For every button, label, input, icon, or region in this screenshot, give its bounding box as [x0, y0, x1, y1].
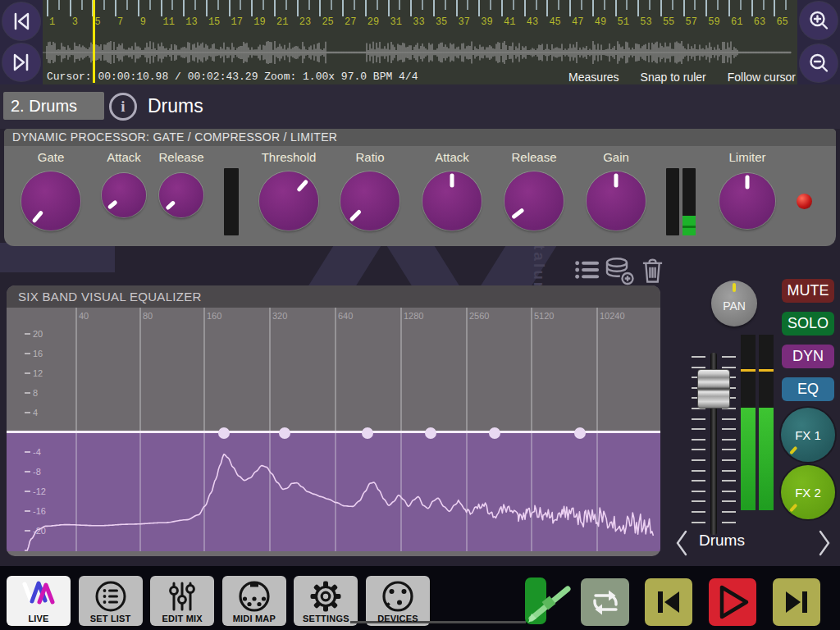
ruler-measure-label: 11 [163, 16, 175, 28]
ruler-tick [626, 0, 628, 10]
previous-song-button[interactable] [645, 578, 692, 626]
toolbar-devices-button[interactable]: DEVICES [366, 576, 430, 626]
ruler-measure-label: 17 [231, 16, 243, 28]
midi-din-icon [236, 578, 272, 618]
ruler-tick [604, 0, 605, 10]
ruler-tick [683, 0, 685, 16]
ruler-measure-label: 35 [436, 16, 447, 28]
skip-forward-icon [783, 589, 810, 615]
ruler-tick [672, 0, 673, 10]
eq-band-handle-1[interactable] [218, 427, 230, 439]
toolbar-settings-button[interactable]: SETTINGS [294, 576, 358, 626]
watermark-text: talun [530, 244, 548, 289]
edit-tool-button[interactable] [525, 578, 546, 624]
ruler-tick [138, 0, 139, 16]
eq-band-handle-2[interactable] [279, 427, 290, 439]
toggle-follow-cursor[interactable]: Follow cursor [728, 71, 796, 84]
playhead-cursor[interactable] [93, 0, 95, 83]
ruler-tick [445, 0, 446, 10]
ruler-tick [365, 0, 367, 16]
ruler-tick [342, 0, 344, 16]
knob-indicator [450, 174, 454, 188]
track-selector[interactable]: 2. Drums [3, 92, 104, 120]
ruler-tick [774, 0, 775, 16]
zoom-in-button[interactable] [800, 2, 838, 39]
toolbar-live-button[interactable]: LIVE [7, 576, 71, 626]
ruler-measure-label: 43 [527, 16, 538, 28]
volume-fader-handle[interactable] [697, 369, 730, 409]
dyn-button[interactable]: DYN [782, 345, 834, 368]
toggle-measures[interactable]: Measures [568, 71, 619, 84]
ruler-tick [478, 0, 480, 16]
ruler-tick [751, 0, 753, 16]
zoom-out-button[interactable] [800, 44, 838, 82]
eq-spectrum-curve [7, 308, 660, 551]
info-icon: i [121, 98, 125, 116]
ruler-tick [251, 0, 253, 16]
ruler-measure-label: 47 [572, 16, 583, 28]
ruler-tick [354, 0, 355, 10]
toolbar-button-label: DEVICES [366, 614, 430, 623]
ruler-measure-label: 59 [708, 16, 719, 28]
ruler-tick [194, 0, 196, 10]
eq-band-handle-5[interactable] [489, 427, 500, 439]
eq-band-handle-3[interactable] [362, 427, 373, 439]
go-to-end-button[interactable] [2, 43, 40, 81]
ruler-measure-label: 23 [299, 16, 311, 28]
toolbar-midi-map-button[interactable]: MIDI MAP [222, 576, 286, 626]
ruler-measure-label: 5 [94, 16, 100, 28]
fx-2-knob[interactable]: FX 2 [781, 465, 835, 519]
gear-icon [308, 578, 344, 618]
eq-save-preset-button[interactable] [605, 257, 635, 289]
ruler-measure-label: 63 [754, 16, 765, 28]
ruler-tick [274, 0, 276, 16]
ruler-measure-label: 15 [208, 16, 220, 28]
ruler-measure-label: 45 [549, 16, 560, 28]
info-button[interactable]: i [109, 93, 137, 121]
fx-1-knob[interactable]: FX 1 [781, 408, 835, 462]
previous-track-button[interactable] [674, 529, 689, 560]
knob-indicator [746, 176, 750, 189]
ruler-tick [331, 0, 332, 10]
fx-indicator [789, 446, 797, 455]
mute-button[interactable]: MUTE [782, 279, 834, 303]
pan-knob[interactable]: PAN [711, 281, 757, 326]
loop-button[interactable] [581, 578, 629, 626]
eq-button[interactable]: EQ [782, 377, 834, 401]
track-title: Drums [148, 95, 203, 117]
daw-app: 1357911131517192123252729313335373941434… [0, 0, 840, 630]
dynamics-panel: DYNAMIC PROCESSOR: GATE / COMPRESSOR / L… [4, 129, 836, 246]
eq-delete-preset-button[interactable] [641, 257, 664, 287]
ruler-tick [171, 0, 173, 10]
play-button[interactable] [709, 578, 756, 626]
toggle-snap-to-ruler[interactable]: Snap to ruler [641, 71, 706, 84]
dynamics-panel-title: DYNAMIC PROCESSOR: GATE / COMPRESSOR / L… [4, 129, 836, 146]
ruler-measure-label: 55 [663, 16, 674, 28]
ruler-tick [728, 0, 730, 16]
transport-left-column [0, 0, 43, 84]
ruler-tick [308, 0, 310, 10]
ruler-tick [115, 0, 116, 16]
eq-band-handle-4[interactable] [425, 427, 436, 439]
next-track-button[interactable] [817, 529, 832, 560]
toolbar-set-list-button[interactable]: SET LIST [79, 576, 143, 626]
ruler-tick [569, 0, 571, 16]
solo-button[interactable]: SOLO [782, 312, 834, 336]
ruler-measure-label: 53 [640, 16, 651, 28]
go-to-start-button[interactable] [2, 2, 40, 40]
ruler-measure-label: 3 [72, 16, 78, 28]
fx-indicator [789, 504, 797, 513]
ruler-tick [377, 0, 378, 10]
ruler-tick [319, 0, 321, 16]
gain-reduction-meter [666, 168, 679, 235]
eq-band-handle-6[interactable] [574, 427, 586, 439]
level-meter-left [741, 335, 756, 510]
peak-hold-line [741, 369, 756, 372]
next-song-button[interactable] [773, 578, 820, 626]
eq-preset-list-button[interactable] [574, 258, 600, 285]
meter-green-fill [759, 408, 774, 510]
toolbar-edit-mix-button[interactable]: EDIT MIX [150, 576, 214, 626]
gate-meter [224, 168, 239, 235]
ruler-tick [649, 0, 651, 10]
ruler-tick [536, 0, 537, 10]
